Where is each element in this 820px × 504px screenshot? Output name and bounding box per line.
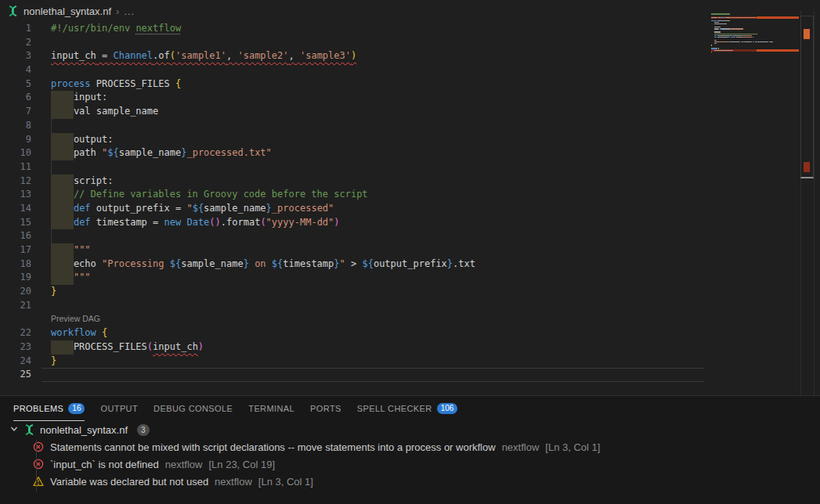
panel-tab-ports[interactable]: PORTS <box>310 397 341 421</box>
code-text: workflow { <box>51 326 107 340</box>
code-token: ) <box>334 217 339 228</box>
code-line[interactable]: 17 """ <box>0 243 820 257</box>
code-token: output: <box>51 134 113 145</box>
line-number: 12 <box>0 175 31 189</box>
breadcrumb-filename[interactable]: nonlethal_syntax.nf <box>23 5 111 17</box>
vscode-window: nonlethal_syntax.nf › ... 1#!/usr/bin/en… <box>0 0 820 504</box>
code-token: " <box>186 203 192 214</box>
code-text: echo "Processing ${sample_name} on ${tim… <box>51 257 475 272</box>
code-line[interactable]: 16 <box>0 229 820 243</box>
problem-location: [Ln 23, Col 19] <box>208 459 275 470</box>
code-token: ) <box>351 50 356 61</box>
code-text: """ <box>51 271 91 285</box>
line-number: 19 <box>0 271 31 285</box>
code-token: , <box>289 50 300 61</box>
problem-message: Statements cannot be mixed with script d… <box>50 441 496 453</box>
line-number: 10 <box>0 146 31 160</box>
line-number: 4 <box>0 63 31 77</box>
code-line[interactable]: 2 <box>0 36 820 50</box>
code-token: input: <box>51 92 107 103</box>
code-line[interactable]: 12 script: <box>0 175 820 189</box>
code-token: sample_name <box>204 203 266 214</box>
code-line[interactable]: 5process PROCESS_FILES { <box>0 77 820 92</box>
code-token: """ <box>74 272 91 283</box>
code-line[interactable]: 10 path "${sample_name}_processed.txt" <box>0 146 820 160</box>
line-number: 18 <box>0 257 31 272</box>
nextflow-file-icon <box>7 5 19 16</box>
line-number: 13 <box>0 188 31 202</box>
code-token: , <box>226 50 237 61</box>
code-token <box>51 244 74 255</box>
code-line[interactable]: 18 echo "Processing ${sample_name} on ${… <box>0 257 820 272</box>
code-text: def timestamp = new Date().format("yyyy-… <box>51 216 340 230</box>
code-token: """ <box>74 244 91 255</box>
code-line[interactable]: 11 <box>0 160 820 175</box>
chevron-down-icon[interactable] <box>9 424 19 436</box>
panel-tab-badge: 106 <box>437 403 458 414</box>
code-line[interactable]: 23 PROCESS_FILES(input_ch) <box>0 340 820 355</box>
code-text: path "${sample_name}_processed.txt" <box>51 146 272 160</box>
problem-row[interactable]: `input_ch` is not definednextflow[Ln 23,… <box>0 455 820 473</box>
code-line[interactable]: 19 """ <box>0 271 820 285</box>
code-token: Channel <box>113 50 153 61</box>
code-line[interactable]: 4 <box>0 63 820 77</box>
code-line[interactable]: 22workflow { <box>0 326 820 340</box>
code-line[interactable]: 20} <box>0 285 820 299</box>
nextflow-file-icon <box>23 424 35 435</box>
minimap[interactable] <box>711 13 799 63</box>
error-icon <box>33 459 44 470</box>
code-line[interactable]: 1#!/usr/bin/env nextflow <box>0 22 820 36</box>
code-line[interactable]: 25 <box>0 368 820 382</box>
panel-tab-label: SPELL CHECKER <box>357 404 432 413</box>
code-token: } <box>244 258 249 269</box>
panel-tab-problems[interactable]: PROBLEMS16 <box>13 397 85 421</box>
code-line[interactable]: 7 val sample_name <box>0 105 820 119</box>
panel-tab-label: PROBLEMS <box>13 404 63 413</box>
codelens-preview-dag[interactable]: Preview DAG <box>51 314 100 323</box>
code-token: } <box>266 203 272 214</box>
code-text: } <box>51 285 56 299</box>
code-line[interactable]: 13 // Define variables in Groovy code be… <box>0 188 820 202</box>
code-token: .txt <box>453 258 475 269</box>
breadcrumb[interactable]: nonlethal_syntax.nf › ... <box>0 0 820 22</box>
code-token: } <box>447 258 453 269</box>
panel-tab-terminal[interactable]: TERMINAL <box>248 397 294 421</box>
code-text: """ <box>51 243 91 257</box>
problem-row[interactable]: Statements cannot be mixed with script d… <box>0 438 820 455</box>
code-token: process <box>51 78 91 89</box>
code-line[interactable]: 24} <box>0 355 820 369</box>
nextflow-icon <box>7 5 19 16</box>
code-token: 'sample2' <box>237 50 288 61</box>
code-token: .format <box>221 217 261 228</box>
warning-icon <box>33 476 44 487</box>
code-token: } <box>334 258 339 269</box>
panel-tab-debug-console[interactable]: DEBUG CONSOLE <box>154 397 233 421</box>
code-line[interactable]: 21 <box>0 299 820 313</box>
problems-tree: nonlethal_syntax.nf 3 Statements cannot … <box>0 421 820 490</box>
code-line[interactable]: 3input_ch = Channel.of('sample1', 'sampl… <box>0 49 820 63</box>
breadcrumb-more[interactable]: ... <box>124 5 135 17</box>
code-line[interactable]: 14 def output_prefix = "${sample_name}_p… <box>0 202 820 216</box>
code-line[interactable]: 9 output: <box>0 133 820 147</box>
code-token: new <box>164 217 182 228</box>
line-number: 16 <box>0 229 31 243</box>
panel-tab-bar: PROBLEMS16OUTPUTDEBUG CONSOLETERMINALPOR… <box>0 396 820 421</box>
code-text: } <box>51 355 56 369</box>
code-token: " <box>340 258 345 269</box>
panel-tab-spell-checker[interactable]: SPELL CHECKER106 <box>357 397 458 421</box>
problems-file-group[interactable]: nonlethal_syntax.nf 3 <box>0 421 820 438</box>
code-token: ${ <box>362 258 373 269</box>
code-line[interactable]: 6 input: <box>0 91 820 105</box>
code-editor[interactable]: 1#!/usr/bin/env nextflow23input_ch = Cha… <box>0 22 820 395</box>
code-line[interactable]: 8 <box>0 119 820 133</box>
code-token: timestamp = <box>91 217 164 228</box>
panel-tab-output[interactable]: OUTPUT <box>100 397 138 421</box>
line-number: 5 <box>0 77 31 92</box>
scrollbar-slider[interactable] <box>800 16 814 178</box>
line-number: 11 <box>0 160 31 175</box>
code-token: ( <box>260 217 266 228</box>
code-line[interactable]: 15 def timestamp = new Date().format("yy… <box>0 216 820 230</box>
minimap-line <box>711 52 799 54</box>
problem-row[interactable]: Variable was declared but not usednextfl… <box>0 473 820 490</box>
code-token: #!/usr/bin/env <box>51 23 135 34</box>
